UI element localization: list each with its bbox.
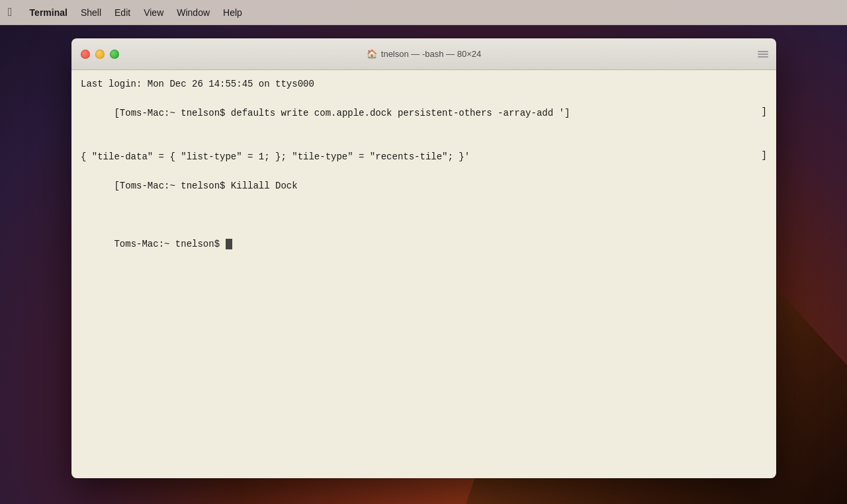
maximize-button[interactable]	[110, 50, 119, 59]
menubar-item-window[interactable]: Window	[177, 7, 210, 18]
menubar-item-view[interactable]: View	[144, 7, 163, 18]
traffic-lights	[81, 50, 119, 59]
home-icon: 🏠	[367, 49, 377, 59]
terminal-line-5: Toms-Mac:~ tnelson$	[81, 222, 767, 266]
menubar-item-terminal[interactable]: Terminal	[30, 7, 67, 18]
terminal-line-3: { "tile-data" = { "list-type" = 1; }; "t…	[81, 149, 767, 164]
menubar-item-shell[interactable]: Shell	[81, 7, 101, 18]
apple-menu-icon[interactable]: 	[8, 5, 13, 19]
terminal-line-2-text: [Toms-Mac:~ tnelson$ defaults write com.…	[114, 108, 570, 118]
menubar:  Terminal Shell Edit View Window Help	[0, 0, 847, 25]
menubar-item-help[interactable]: Help	[223, 7, 242, 18]
right-bracket-1: ]	[762, 105, 767, 119]
terminal-line-2: [Toms-Mac:~ tnelson$ defaults write com.…	[81, 91, 767, 149]
terminal-prompt: Toms-Mac:~ tnelson$	[114, 239, 225, 249]
terminal-line-4-text: [Toms-Mac:~ tnelson$ Killall Dock	[114, 181, 297, 191]
scroll-line-1	[758, 51, 768, 52]
terminal-titlebar: 🏠 tnelson — -bash — 80×24	[71, 38, 776, 70]
scroll-indicator	[758, 51, 768, 58]
terminal-line-1: Last login: Mon Dec 26 14:55:45 on ttys0…	[81, 77, 767, 91]
menubar-item-edit[interactable]: Edit	[114, 7, 130, 18]
scroll-line-3	[758, 56, 768, 58]
titlebar-title: 🏠 tnelson — -bash — 80×24	[367, 49, 481, 59]
terminal-content[interactable]: Last login: Mon Dec 26 14:55:45 on ttys0…	[71, 70, 776, 478]
terminal-line-4: [Toms-Mac:~ tnelson$ Killall Dock ]	[81, 164, 767, 222]
titlebar-text: tnelson — -bash — 80×24	[381, 49, 481, 59]
close-button[interactable]	[81, 50, 90, 59]
terminal-window: 🏠 tnelson — -bash — 80×24 Last login: Mo…	[71, 38, 776, 478]
scroll-line-2	[758, 54, 768, 55]
minimize-button[interactable]	[95, 50, 105, 59]
terminal-cursor	[226, 239, 232, 249]
right-bracket-2: ]	[762, 148, 767, 163]
